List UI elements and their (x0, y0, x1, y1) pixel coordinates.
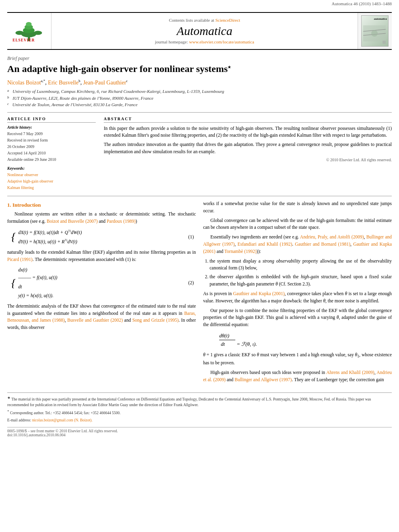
eq1-lines: dX(t) = f(X(t), u(t))dt + Q½dW(t) dY(t) … (18, 228, 82, 246)
boizot-busvelle-link[interactable]: Boizot and Busvelle (2007) (47, 219, 98, 224)
article-info: ARTICLE INFO Article history: Received 7… (7, 117, 96, 191)
article-info-title: ARTICLE INFO (7, 117, 96, 123)
svg-rect-12 (383, 41, 386, 44)
sciencedirect-link[interactable]: ScienceDirect (215, 18, 240, 23)
footnote-star-text: The material in this paper was partially… (7, 397, 371, 407)
intro-p1: Nonlinear systems are written either in … (7, 211, 196, 225)
article-history-label: Article history: (7, 125, 96, 129)
eq2-line3: y(t) = h(x(t), u(t)). (18, 292, 57, 300)
eq1-line1: dX(t) = f(X(t), u(t))dt + Q½dW(t) (18, 228, 82, 236)
copyright-line: © 2010 Elsevier Ltd. All rights reserved… (104, 158, 392, 162)
intro-heading: 1. Introduction (7, 202, 196, 208)
eq1-number: (1) (188, 233, 196, 241)
cover-image-icon (362, 21, 387, 45)
svg-point-6 (34, 31, 42, 35)
history-items: Received 7 May 2009 Received in revised … (7, 131, 96, 163)
eq2-lines: dx(t) ——— = f(x(t), u(t)) dt y(t) = h(x(… (18, 266, 57, 299)
accepted-date: Accepted 14 April 2010 (7, 150, 96, 156)
right-p6: θ = 1 gives a classic EKF so θ must vary… (203, 351, 392, 367)
eq2-system: { dx(t) ——— = f(x(t), u(t)) dt y(t) = h(… (11, 266, 188, 299)
sep-1 (7, 112, 392, 113)
tornambe-link[interactable]: Tornambè (1992) (224, 249, 257, 254)
abstract-p1: In this paper the authors provide a solu… (104, 125, 392, 139)
keyword-2[interactable]: Adaptive high-gain observer (7, 178, 96, 185)
picard-link[interactable]: Picard (1991) (7, 257, 33, 262)
eq1-content: { dX(t) = f(X(t), u(t))dt + Q½dW(t) dY(t… (11, 228, 188, 246)
body-columns: 1. Introduction Nonlinear systems are wr… (7, 200, 392, 386)
authors-line: Nicolas Boizota,*, Eric Busvelleb, Jean-… (7, 79, 392, 86)
affil-3: c Université de Toulon, Avenue de l'Univ… (7, 101, 392, 108)
right-p4: As is proven in Gauthier and Kupka (2001… (203, 290, 392, 305)
abstract-p2: The authors introduce innovation as the … (104, 141, 392, 155)
big-brace-icon: { (11, 231, 16, 242)
pardoux-link[interactable]: Pardoux (1989) (107, 219, 136, 224)
gauthier-bornard-link[interactable]: Gauthier and Bornard (1981) (295, 242, 350, 246)
journal-info: Contents lists available at ScienceDirec… (51, 13, 358, 49)
affil-2: b IUT Dijon-Auxerre, LE2I, Route des pla… (7, 95, 392, 102)
eq2-number: (2) (188, 279, 196, 287)
main-content: Brief paper An adaptive high-gain observ… (0, 55, 399, 437)
theta-equation: dθ(t) dt = ℱ(θ, ι). (203, 332, 392, 348)
svg-point-5 (15, 31, 24, 35)
footnote-star: ★ The material in this paper was partial… (7, 395, 392, 408)
footnote-email: E-mail address: nicolas.boizot@gmail.com… (7, 417, 392, 423)
journal-name: Automatica (177, 24, 232, 38)
journal-homepage-line: journal homepage: www.elsevier.com/locat… (155, 39, 254, 44)
bullinger-2-link[interactable]: Bullinger and Allgöwer (1997) (234, 377, 292, 382)
homepage-link[interactable]: www.elsevier.com/locate/automatica (189, 39, 254, 44)
equation-2: { dx(t) ——— = f(x(t), u(t)) dt y(t) = h(… (7, 266, 196, 299)
intro-p2: naturally leads to the extended Kalman f… (7, 249, 196, 263)
abstract-text: In this paper the authors provide a solu… (104, 125, 392, 155)
theta-rhs: = ℱ(θ, ι). (237, 341, 257, 347)
elsevier-tree-icon: ELSEVIER (10, 16, 48, 46)
elsevier-logo: ELSEVIER (7, 13, 51, 49)
abstract-section: ABSTRACT In this paper the authors provi… (104, 117, 392, 191)
cover-box: automatica (361, 15, 389, 47)
eq1-system: { dX(t) = f(X(t), u(t))dt + Q½dW(t) dY(t… (11, 228, 188, 246)
doi-line: doi:10.1016/j.automatica.2010.06.004 (7, 433, 392, 437)
affil-1: a University of Luxembourg, Campus Kirch… (7, 88, 392, 95)
sep-2 (7, 196, 392, 196)
info-abstract-section: ARTICLE INFO Article history: Received 7… (7, 117, 392, 191)
gauthier-kupka-2-link[interactable]: Gauthier and Kupka (2001) (233, 291, 284, 296)
right-column: works if a somewhat precise value for th… (203, 200, 392, 386)
andrieu-link[interactable]: Andrieu, Praly, and Astolfi (2009) (300, 234, 364, 239)
left-column: 1. Introduction Nonlinear systems are wr… (7, 200, 196, 386)
available-date: Available online 29 June 2010 (7, 156, 96, 163)
keyword-3[interactable]: Kalman filtering (7, 185, 96, 191)
email-label: E-mail address: (7, 418, 31, 422)
author-3[interactable]: Jean-Paul Gauthier (83, 79, 126, 85)
ahrens-link[interactable]: Ahrens and Khalil (2009) (326, 370, 374, 375)
requirements-list: the system must display a strong observa… (210, 258, 392, 288)
svg-point-4 (26, 22, 31, 26)
theta-eq-content: dθ(t) dt = ℱ(θ, ι). (219, 332, 257, 348)
keywords-list: Nonlinear observer Adaptive high-gain ob… (7, 172, 96, 191)
footnote-section: ★ The material in this paper was partial… (7, 392, 392, 423)
equation-1: { dX(t) = f(X(t), u(t))dt + Q½dW(t) dY(t… (7, 228, 196, 246)
author-2[interactable]: Eric Busvelle (48, 79, 78, 85)
theta-frac: dθ(t) (219, 333, 229, 339)
automatica-cover-tag: automatica (374, 17, 387, 21)
eq2-line2: dt (18, 283, 57, 291)
theta-div: dt (219, 340, 235, 348)
received-date: Received 7 May 2009 (7, 131, 96, 137)
keywords-label: Keywords: (7, 166, 96, 170)
eq2-line1: dx(t) ——— = f(x(t), u(t)) (18, 266, 57, 281)
footnote-bottom: 0005-1098/$ – see front matter © 2010 El… (7, 427, 392, 437)
keyword-1[interactable]: Nonlinear observer (7, 172, 96, 178)
email-link[interactable]: nicolas.boizot@gmail.com (N. Boizot). (32, 418, 93, 422)
right-p3: Essentially two ingredients are needed (… (203, 234, 392, 255)
affiliations: a University of Luxembourg, Campus Kirch… (7, 88, 392, 108)
esfandiari-link[interactable]: Esfandiari and Khalil (1992) (237, 242, 292, 246)
right-p1: works if a somewhat precise value for th… (203, 200, 392, 215)
busvelle-link[interactable]: Busvelle and Gauthier (2002) (67, 318, 123, 322)
big-brace-2-icon: { (11, 277, 16, 289)
right-p2: Global convergence can be achieved with … (203, 217, 392, 232)
eq1-line2: dY(t) = h(X(t), u(t)) + R½dV(t) (18, 238, 82, 246)
song-link[interactable]: Song and Grizzle (1995) (132, 318, 179, 322)
paper-title: An adaptive high-gain observer for nonli… (7, 63, 392, 75)
body-text-left: Nonlinear systems are written either in … (7, 211, 196, 331)
citation-bar: Automatica 46 (2010) 1483–1488 (0, 0, 399, 7)
author-1[interactable]: Nicolas Boizot (7, 79, 41, 85)
received-revised: Received in revised form 26 October 2009 (7, 137, 96, 150)
